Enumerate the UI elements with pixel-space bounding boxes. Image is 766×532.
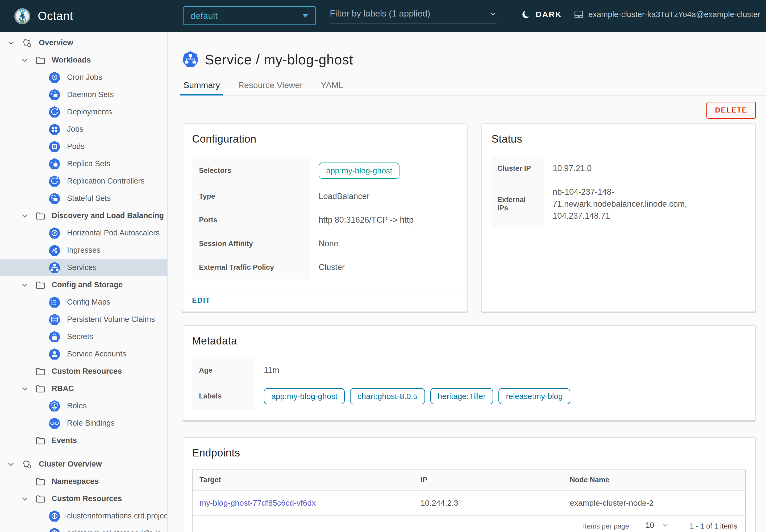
sidebar-item-label: Namespaces bbox=[52, 477, 99, 486]
sidebar-item-config-and-storage[interactable]: Config and Storage bbox=[0, 276, 167, 293]
sidebar-item-stateful-sets[interactable]: Stateful Sets bbox=[0, 190, 167, 207]
sidebar-item-label: Secrets bbox=[67, 332, 93, 341]
selector-tag[interactable]: app:my-blog-ghost bbox=[319, 163, 399, 179]
sidebar-item-jobs[interactable]: Jobs bbox=[0, 120, 167, 138]
service-accounts-icon bbox=[48, 348, 61, 360]
kv-value: Cluster bbox=[310, 256, 345, 279]
sidebar-item-services[interactable]: Services bbox=[0, 259, 167, 276]
label-tag[interactable]: chart:ghost-8.0.5 bbox=[350, 388, 425, 404]
sidebar-item-custom-resources[interactable]: Custom Resources bbox=[0, 490, 167, 507]
sidebar-item-label: Overview bbox=[39, 38, 73, 47]
items-per-page-select[interactable]: 10 bbox=[641, 520, 673, 532]
kv-row: External Traffic PolicyCluster bbox=[192, 256, 457, 279]
cell-target: my-blog-ghost-77df85c6cd-vf6dx bbox=[193, 491, 414, 515]
theme-toggle[interactable]: DARK bbox=[521, 9, 562, 20]
sidebar-item-discovery-and-load-balancing[interactable]: Discovery and Load Balancing bbox=[0, 207, 167, 224]
sidebar-item-cluster-overview[interactable]: Cluster Overview bbox=[0, 455, 167, 473]
endpoints-table-header: TargetIPNode Name bbox=[193, 469, 745, 491]
kv-label: External IPs bbox=[492, 180, 544, 228]
kv-value-text: LoadBalancer bbox=[319, 190, 369, 202]
label-tag[interactable]: heritage:Tiller bbox=[430, 388, 493, 404]
kv-row: Portshttp 80:31626/TCP -> http bbox=[192, 208, 457, 232]
chevron-down-icon bbox=[21, 385, 29, 393]
kv-value: LoadBalancer bbox=[310, 185, 369, 208]
endpoints-table-body: my-blog-ghost-77df85c6cd-vf6dx10.244.2.3… bbox=[193, 491, 745, 516]
sidebar-item-pods[interactable]: Pods bbox=[0, 138, 167, 155]
delete-button[interactable]: DELETE bbox=[706, 102, 756, 119]
status-table: Cluster IP10.97.21.0External IPsnb-104-2… bbox=[492, 157, 746, 228]
tab-yaml[interactable]: YAML bbox=[319, 80, 345, 95]
octant-app: Octant default Filter by labels (1 appli… bbox=[0, 0, 766, 532]
metadata-card-body: Metadata Age11mLabelsapp:my-blog-ghostch… bbox=[182, 326, 755, 420]
sidebar-item-label: Events bbox=[52, 436, 77, 445]
kv-label: Ports bbox=[192, 208, 310, 232]
namespace-dropdown[interactable]: default bbox=[183, 6, 316, 25]
pagination-range: 1 - 1 of 1 items bbox=[690, 522, 737, 530]
sidebar-item-ingresses[interactable]: Ingresses bbox=[0, 242, 167, 259]
logo-wrap: Octant bbox=[14, 7, 73, 24]
sidebar-item-clusterinformations-crd-projec[interactable]: clusterinformations.crd.projec bbox=[0, 507, 167, 525]
sidebar-item-secrets[interactable]: Secrets bbox=[0, 328, 167, 345]
label-tag[interactable]: release:my-blog bbox=[498, 388, 570, 404]
kv-value: nb-104-237-148-71.newark.nodebalancer.li… bbox=[544, 180, 746, 228]
column-header-target: Target bbox=[193, 469, 414, 491]
sidebar-item-deployments[interactable]: Deployments bbox=[0, 103, 167, 120]
folder-icon bbox=[36, 211, 45, 220]
sidebar-item-label: Config Maps bbox=[67, 298, 110, 306]
sidebar-item-replica-sets[interactable]: Replica Sets bbox=[0, 155, 167, 172]
tab-summary[interactable]: Summary bbox=[182, 80, 222, 95]
sidebar-item-events[interactable]: Events bbox=[0, 432, 167, 449]
sidebar-item-replication-controllers[interactable]: Replication Controllers bbox=[0, 172, 167, 190]
sidebar-item-label: Service Accounts bbox=[67, 350, 126, 358]
endpoint-target-link[interactable]: my-blog-ghost-77df85c6cd-vf6dx bbox=[199, 498, 316, 507]
sidebar-item-namespaces[interactable]: Namespaces bbox=[0, 473, 167, 490]
sidebar-item-config-maps[interactable]: Config Maps bbox=[0, 293, 167, 311]
sidebar-item-label: Services bbox=[67, 263, 97, 272]
sidebar-item-horizontal-pod-autoscalers[interactable]: Horizontal Pod Autoscalers bbox=[0, 224, 167, 242]
kv-value: app:my-blog-ghost bbox=[310, 157, 399, 185]
kv-value: None bbox=[310, 232, 338, 256]
kv-row: Cluster IP10.97.21.0 bbox=[492, 157, 746, 180]
kv-row: Labelsapp:my-blog-ghostchart:ghost-8.0.5… bbox=[192, 382, 746, 410]
chevron-down-icon bbox=[661, 522, 668, 529]
sidebar-item-overview[interactable]: Overview bbox=[0, 34, 167, 51]
folder-icon bbox=[36, 494, 45, 503]
kv-value-text: http 80:31626/TCP -> http bbox=[319, 214, 414, 226]
jobs-icon bbox=[48, 123, 61, 135]
sidebar-item-role-bindings[interactable]: Role Bindings bbox=[0, 414, 167, 432]
sidebar-item-cron-jobs[interactable]: Cron Jobs bbox=[0, 69, 167, 86]
endpoints-datagrid: TargetIPNode Name my-blog-ghost-77df85c6… bbox=[192, 469, 746, 532]
label-tag[interactable]: app:my-blog-ghost bbox=[264, 388, 345, 404]
sidebar: OverviewWorkloadsCron JobsDaemon SetsDep… bbox=[0, 32, 168, 532]
hpa-icon bbox=[48, 227, 61, 239]
sidebar-item-csidrivers-csi-storage-k8s-io[interactable]: csidrivers.csi.storage.k8s.io bbox=[0, 525, 167, 532]
sidebar-item-daemon-sets[interactable]: Daemon Sets bbox=[0, 86, 167, 103]
label-filter-dropdown[interactable]: Filter by labels (1 applied) bbox=[330, 9, 497, 23]
endpoints-card-body: Endpoints TargetIPNode Name my-blog-ghos… bbox=[182, 438, 755, 532]
sidebar-item-custom-resources[interactable]: Custom Resources bbox=[0, 363, 167, 380]
kv-row: Session AffinityNone bbox=[192, 232, 457, 256]
context-selector[interactable]: example-cluster-ka3TuTzYo4a@example-clus… bbox=[574, 10, 766, 19]
replica-sets-icon bbox=[48, 158, 61, 170]
chevron-down-icon bbox=[21, 56, 29, 64]
sidebar-item-label: clusterinformations.crd.projec bbox=[67, 512, 167, 520]
kv-value-text: None bbox=[319, 238, 338, 250]
configuration-card: Configuration Selectorsapp:my-blog-ghost… bbox=[182, 123, 468, 312]
column-header-ip: IP bbox=[414, 469, 563, 491]
sidebar-item-roles[interactable]: Roles bbox=[0, 397, 167, 414]
sidebar-item-workloads[interactable]: Workloads bbox=[0, 51, 167, 69]
sidebar-item-service-accounts[interactable]: Service Accounts bbox=[0, 345, 167, 363]
sidebar-item-persistent-volume-claims[interactable]: Persistent Volume Claims bbox=[0, 311, 167, 328]
label-filter-text: Filter by labels (1 applied) bbox=[330, 9, 430, 19]
pods-icon bbox=[48, 140, 61, 153]
sidebar-item-rbac[interactable]: RBAC bbox=[0, 380, 167, 397]
kv-label: Type bbox=[192, 185, 310, 208]
octant-logo-icon bbox=[14, 7, 31, 24]
folder-icon bbox=[36, 477, 45, 486]
sidebar-item-label: Cluster Overview bbox=[39, 460, 102, 468]
tab-resource-viewer[interactable]: Resource Viewer bbox=[236, 80, 304, 95]
service-icon bbox=[182, 51, 199, 69]
edit-link[interactable]: EDIT bbox=[192, 296, 211, 304]
folder-icon bbox=[36, 384, 45, 393]
chevron-down-icon bbox=[21, 212, 29, 220]
